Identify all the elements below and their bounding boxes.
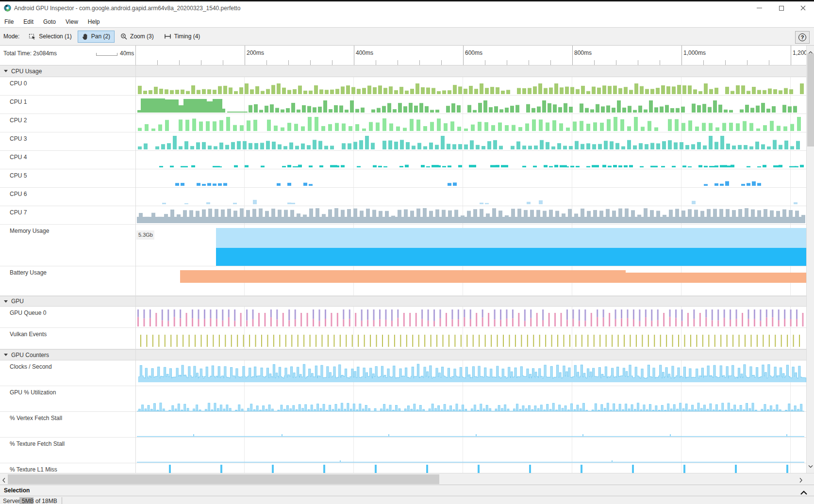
- track-chart-cpu-5[interactable]: [136, 169, 806, 187]
- track-chart-gpu-queue-0[interactable]: [136, 307, 806, 327]
- track-label: % Texture L1 Miss: [10, 466, 57, 473]
- ruler-major-tick: [791, 46, 791, 65]
- track-row-cpu-6[interactable]: CPU 6: [0, 188, 806, 206]
- horizontal-scrollbar-thumb[interactable]: [8, 474, 439, 484]
- ruler-minor-tick: [157, 60, 158, 65]
- scroll-down-icon[interactable]: [808, 461, 813, 470]
- track-label: CPU 2: [10, 117, 27, 124]
- track-row-memory-usage[interactable]: Memory Usage5.3Gb: [0, 225, 806, 266]
- ruler-minor-tick: [223, 60, 223, 65]
- track-row-cpu-7[interactable]: CPU 7: [0, 206, 806, 225]
- horizontal-scrollbar[interactable]: [0, 473, 814, 485]
- track-label: GPU Queue 0: [10, 309, 46, 316]
- mode-selection-button[interactable]: Selection (1): [24, 31, 76, 43]
- window-title: Android GPU Inspector - com.google.andro…: [14, 5, 240, 12]
- menu-view[interactable]: View: [65, 18, 79, 25]
- section-header-gpu-header[interactable]: GPU: [0, 296, 806, 307]
- help-button[interactable]: ?: [795, 31, 810, 44]
- ruler-minor-tick: [529, 60, 529, 65]
- maximize-button[interactable]: [770, 1, 792, 15]
- track-chart-cpu-4[interactable]: [136, 151, 806, 169]
- track-chart-texture-fetch-stall[interactable]: [136, 438, 806, 463]
- track-label: CPU 4: [10, 154, 27, 161]
- mode-zoom-button[interactable]: Zoom (3): [116, 31, 158, 43]
- collapse-triangle-icon: [4, 354, 8, 356]
- collapse-triangle-icon: [4, 70, 8, 72]
- ruler-minor-tick: [550, 60, 551, 65]
- menu-file[interactable]: File: [3, 18, 15, 25]
- ruler-minor-tick: [660, 60, 660, 65]
- ruler-minor-tick: [769, 60, 769, 65]
- selection-panel-header[interactable]: Selection: [0, 485, 814, 496]
- section-header-cpu-usage-header[interactable]: CPU Usage: [0, 65, 806, 77]
- menu-bar: FileEditGotoViewHelp: [0, 16, 814, 28]
- track-chart-gpu-utilization[interactable]: [136, 386, 806, 411]
- minimize-button[interactable]: [748, 1, 770, 15]
- track-row-clocks-per-second[interactable]: Clocks / Second: [0, 360, 806, 386]
- track-row-texture-l1-miss[interactable]: % Texture L1 Miss: [0, 463, 806, 473]
- track-row-vertex-fetch-stall[interactable]: % Vertex Fetch Stall: [0, 412, 806, 438]
- track-chart-memory-usage[interactable]: [136, 225, 806, 266]
- track-chart-cpu-6[interactable]: [136, 188, 806, 206]
- track-row-cpu-1[interactable]: CPU 1: [0, 96, 806, 114]
- ruler-minor-tick: [266, 60, 267, 65]
- mode-pan-button[interactable]: Pan (2): [78, 31, 115, 43]
- ruler-minor-tick: [616, 60, 616, 65]
- track-row-gpu-queue-0[interactable]: GPU Queue 0: [0, 307, 806, 328]
- ruler-minor-tick: [441, 60, 442, 65]
- ruler-minor-tick: [310, 60, 311, 65]
- track-chart-cpu-7[interactable]: [136, 206, 806, 224]
- label-chart-divider: [135, 65, 136, 473]
- menu-goto[interactable]: Goto: [42, 18, 57, 25]
- scroll-right-icon[interactable]: [799, 476, 803, 485]
- track-chart-texture-l1-miss[interactable]: [136, 463, 806, 473]
- track-chart-cpu-0[interactable]: [136, 77, 806, 95]
- mode-timing-button[interactable]: Timing (4): [160, 31, 205, 43]
- ruler-major-tick: [681, 46, 682, 65]
- section-header-gpu-counters-header[interactable]: GPU Counters: [0, 349, 806, 360]
- section-header-label: GPU: [11, 298, 24, 305]
- timeline-ruler[interactable]: Total Time: 2s084ms 40ms 200ms400ms600ms…: [0, 46, 806, 65]
- track-label: Vulkan Events: [10, 331, 47, 338]
- track-row-texture-fetch-stall[interactable]: % Texture Fetch Stall: [0, 438, 806, 463]
- track-row-cpu-2[interactable]: CPU 2: [0, 114, 806, 132]
- vertical-scrollbar-thumb[interactable]: [807, 53, 814, 146]
- selection-panel-title: Selection: [4, 487, 30, 494]
- ruler-minor-tick: [288, 60, 289, 65]
- status-bar: Server: 5MB of 18MB: [0, 496, 814, 504]
- track-chart-vulkan-events[interactable]: [136, 328, 806, 349]
- menu-help[interactable]: Help: [87, 18, 101, 25]
- track-row-cpu-5[interactable]: CPU 5: [0, 169, 806, 188]
- section-header-label: GPU Counters: [11, 352, 49, 358]
- track-chart-battery-usage[interactable]: [136, 266, 806, 295]
- track-row-gpu-utilization[interactable]: GPU % Utilization: [0, 386, 806, 412]
- track-row-vulkan-events[interactable]: Vulkan Events: [0, 328, 806, 349]
- track-chart-cpu-2[interactable]: [136, 114, 806, 132]
- vertical-scrollbar[interactable]: [806, 46, 814, 473]
- selection-icon: [29, 33, 36, 40]
- ruler-minor-tick: [485, 60, 485, 65]
- pan-icon: [82, 33, 88, 40]
- close-button[interactable]: [792, 1, 814, 15]
- track-row-battery-usage[interactable]: Battery Usage: [0, 266, 806, 296]
- track-row-cpu-3[interactable]: CPU 3: [0, 132, 806, 151]
- track-chart-cpu-3[interactable]: [136, 132, 806, 150]
- ruler-major-tick: [354, 46, 354, 65]
- track-list: CPU UsageCPU 0CPU 1CPU 2CPU 3CPU 4CPU 5C…: [0, 65, 806, 473]
- track-row-cpu-0[interactable]: CPU 0: [0, 77, 806, 96]
- track-chart-vertex-fetch-stall[interactable]: [136, 412, 806, 437]
- ruler-minor-tick: [419, 60, 420, 65]
- ruler-minor-tick: [507, 60, 507, 65]
- memory-value-label: 5.3Gb: [136, 230, 154, 240]
- ruler-minor-tick: [332, 60, 332, 65]
- ruler-tick-label: 600ms: [465, 49, 482, 56]
- scroll-left-icon[interactable]: [2, 476, 6, 485]
- total-time-label: Total Time: 2s084ms: [3, 50, 57, 57]
- track-chart-cpu-1[interactable]: [136, 96, 806, 114]
- zoom-scale-slider[interactable]: [96, 53, 117, 56]
- track-label: Clocks / Second: [10, 363, 52, 370]
- ruler-tick-label: 400ms: [356, 49, 373, 56]
- menu-edit[interactable]: Edit: [22, 18, 34, 25]
- track-chart-clocks-per-second[interactable]: [136, 360, 806, 386]
- track-row-cpu-4[interactable]: CPU 4: [0, 151, 806, 169]
